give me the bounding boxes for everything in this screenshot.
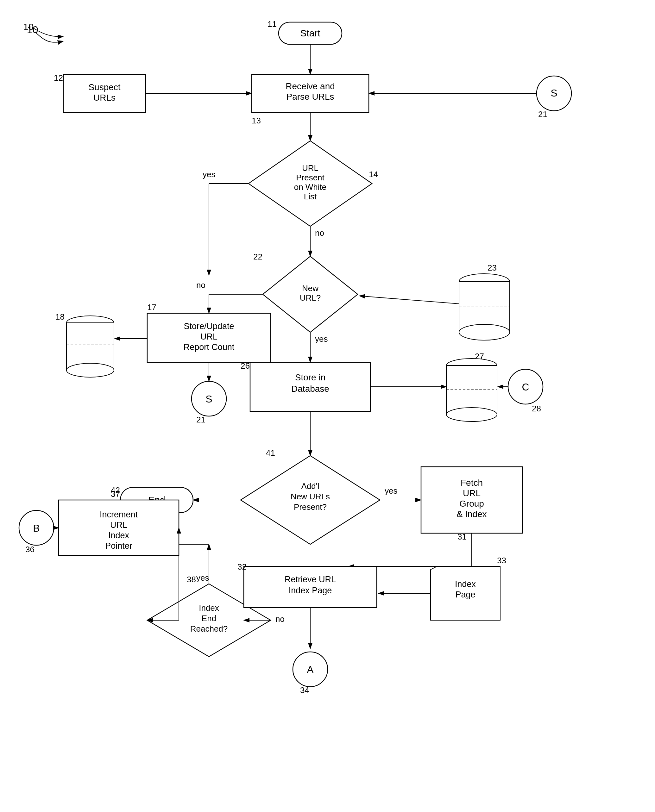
svg-text:11: 11 (268, 19, 277, 29)
svg-text:B: B (33, 522, 40, 534)
flowchart-svg: 10 Start 11 Suspect URLs 12 Receive and … (0, 0, 655, 812)
svg-text:Store in: Store in (295, 373, 326, 382)
svg-text:37: 37 (111, 489, 120, 499)
svg-text:17: 17 (147, 302, 156, 312)
svg-text:yes: yes (315, 334, 328, 344)
svg-text:Start: Start (300, 28, 320, 38)
svg-text:13: 13 (252, 116, 261, 125)
svg-text:14: 14 (369, 170, 378, 179)
svg-text:27: 27 (475, 352, 484, 361)
svg-text:no: no (315, 228, 324, 238)
svg-text:C: C (522, 381, 529, 393)
svg-text:yes: yes (196, 573, 209, 583)
svg-text:URL: URL (302, 163, 318, 173)
svg-text:Add'l: Add'l (301, 481, 319, 491)
svg-text:Present?: Present? (294, 502, 327, 512)
svg-text:23: 23 (487, 263, 497, 272)
svg-text:12: 12 (54, 73, 63, 83)
svg-text:URL: URL (200, 332, 217, 341)
svg-text:38: 38 (187, 575, 196, 584)
svg-point-68 (446, 408, 497, 422)
svg-text:Store/Update: Store/Update (184, 321, 234, 331)
svg-text:no: no (275, 614, 284, 624)
svg-text:URL: URL (110, 520, 127, 530)
svg-text:URL?: URL? (300, 293, 321, 302)
svg-text:Index: Index (108, 531, 129, 540)
svg-text:28: 28 (532, 404, 541, 413)
svg-text:Increment: Increment (100, 510, 138, 519)
svg-text:URL: URL (463, 488, 481, 498)
svg-text:no: no (196, 280, 206, 290)
svg-text:List: List (304, 192, 317, 201)
svg-rect-67 (446, 365, 497, 414)
svg-point-54 (66, 363, 114, 377)
svg-text:21: 21 (538, 109, 547, 119)
diagram-container: 10 Start 11 Suspect URLs 12 Receive and … (0, 0, 655, 812)
svg-text:Page: Page (455, 590, 475, 599)
svg-text:Index: Index (455, 579, 476, 589)
svg-text:22: 22 (253, 252, 263, 261)
svg-text:31: 31 (457, 532, 467, 542)
svg-text:Group: Group (459, 499, 484, 508)
svg-text:yes: yes (384, 486, 397, 496)
svg-text:& Index: & Index (457, 509, 487, 519)
svg-text:End: End (201, 614, 216, 623)
svg-text:S: S (550, 87, 557, 99)
svg-text:A: A (307, 664, 314, 675)
svg-text:Parse URLs: Parse URLs (286, 92, 334, 101)
svg-text:Retrieve URL: Retrieve URL (284, 575, 336, 584)
svg-text:34: 34 (300, 685, 309, 695)
svg-text:Reached?: Reached? (190, 624, 228, 634)
svg-text:Fetch: Fetch (461, 478, 483, 488)
svg-text:New: New (302, 284, 318, 293)
svg-point-38 (459, 324, 510, 340)
svg-text:yes: yes (203, 170, 215, 179)
svg-text:URLs: URLs (94, 93, 115, 103)
svg-text:10: 10 (23, 21, 34, 32)
svg-text:Suspect: Suspect (88, 82, 120, 92)
svg-text:New URLs: New URLs (291, 492, 330, 501)
svg-text:41: 41 (266, 448, 275, 457)
svg-text:32: 32 (237, 562, 247, 571)
svg-text:on White: on White (294, 182, 327, 192)
svg-text:Index: Index (199, 603, 219, 612)
svg-text:Index Page: Index Page (289, 586, 332, 595)
svg-text:26: 26 (241, 361, 250, 371)
svg-text:S: S (206, 393, 212, 405)
svg-text:Report Count: Report Count (184, 342, 235, 352)
svg-text:18: 18 (55, 312, 65, 321)
svg-text:36: 36 (25, 545, 34, 554)
svg-text:Database: Database (291, 384, 329, 394)
svg-text:33: 33 (497, 556, 506, 565)
svg-text:Pointer: Pointer (105, 541, 132, 551)
svg-text:Present: Present (296, 173, 324, 182)
svg-text:Receive and: Receive and (286, 81, 335, 91)
svg-text:21: 21 (196, 415, 206, 424)
